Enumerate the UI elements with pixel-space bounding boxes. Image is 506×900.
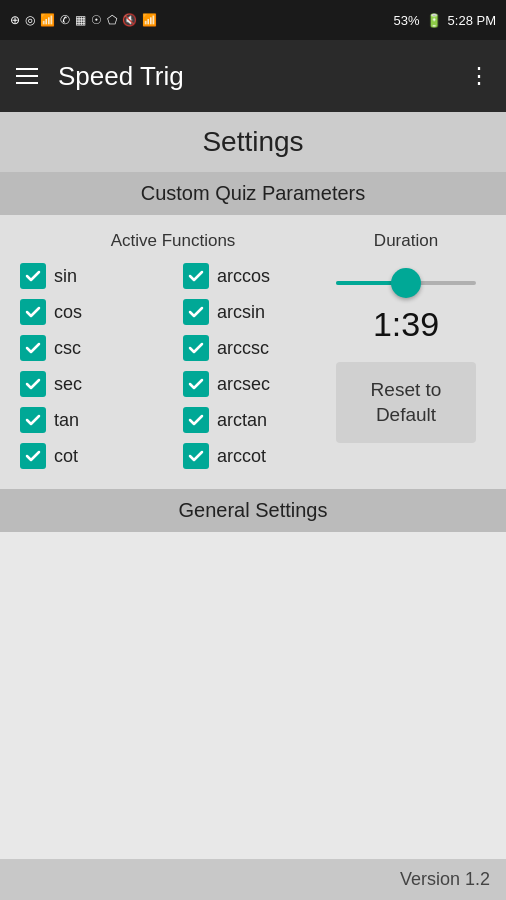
function-item-arcsec: arcsec: [183, 371, 326, 397]
settings-title: Settings: [0, 126, 506, 158]
function-label-arccos: arccos: [217, 266, 270, 287]
more-options-icon[interactable]: ⋮: [468, 65, 490, 87]
function-label-arccsc: arccsc: [217, 338, 269, 359]
slider-thumb[interactable]: [391, 268, 421, 298]
active-functions-label: Active Functions: [20, 231, 326, 251]
function-item-cos: cos: [20, 299, 163, 325]
duration-label: Duration: [374, 231, 438, 251]
function-label-arcsec: arcsec: [217, 374, 270, 395]
checkbox-sec[interactable]: [20, 371, 46, 397]
app-title: Speed Trig: [58, 61, 184, 92]
duration-section: Duration 1:39 Reset to Default: [326, 231, 486, 469]
toolbar-left: Speed Trig: [16, 61, 184, 92]
status-bar: ⊕ ◎ 📶 ✆ ▦ ☉ ⬠ 🔇 📶 53% 🔋 5:28 PM: [0, 0, 506, 40]
function-item-sec: sec: [20, 371, 163, 397]
general-settings-title: General Settings: [0, 499, 506, 522]
battery-icon: 🔋: [426, 13, 442, 28]
function-label-arccot: arccot: [217, 446, 266, 467]
settings-title-bar: Settings: [0, 112, 506, 172]
mute-icon: 🔇: [122, 13, 137, 27]
function-label-arcsin: arcsin: [217, 302, 265, 323]
toolbar: Speed Trig ⋮: [0, 40, 506, 112]
function-item-arccot: arccot: [183, 443, 326, 469]
function-item-arccsc: arccsc: [183, 335, 326, 361]
signal-icon: 📶: [142, 13, 157, 27]
function-item-csc: csc: [20, 335, 163, 361]
version-text: Version 1.2: [400, 869, 490, 889]
reset-to-default-button[interactable]: Reset to Default: [336, 362, 476, 443]
wifi-icon: 📶: [40, 13, 55, 27]
function-item-arctan: arctan: [183, 407, 326, 433]
function-item-arcsin: arcsin: [183, 299, 326, 325]
quiz-body: Active Functions sin arccos: [0, 215, 506, 489]
function-item-cot: cot: [20, 443, 163, 469]
checkbox-tan[interactable]: [20, 407, 46, 433]
checkbox-csc[interactable]: [20, 335, 46, 361]
checkbox-cot[interactable]: [20, 443, 46, 469]
checkbox-sin[interactable]: [20, 263, 46, 289]
checkbox-cos[interactable]: [20, 299, 46, 325]
custom-quiz-title: Custom Quiz Parameters: [0, 182, 506, 205]
function-label-cos: cos: [54, 302, 82, 323]
image-icon: ▦: [75, 13, 86, 27]
function-label-tan: tan: [54, 410, 79, 431]
checkbox-arccos[interactable]: [183, 263, 209, 289]
function-item-arccos: arccos: [183, 263, 326, 289]
time: 5:28 PM: [448, 13, 496, 28]
active-functions-section: Active Functions sin arccos: [20, 231, 326, 469]
function-item-tan: tan: [20, 407, 163, 433]
function-label-cot: cot: [54, 446, 78, 467]
general-settings-body: [0, 532, 506, 752]
function-item-sin: sin: [20, 263, 163, 289]
checkbox-arctan[interactable]: [183, 407, 209, 433]
add-icon: ⊕: [10, 13, 20, 27]
battery-percent: 53%: [394, 13, 420, 28]
shield-icon: ☉: [91, 13, 102, 27]
status-icons-left: ⊕ ◎ 📶 ✆ ▦ ☉ ⬠ 🔇 📶: [10, 13, 157, 27]
duration-slider[interactable]: [336, 267, 476, 285]
functions-grid: sin arccos cos arcsin: [20, 263, 326, 469]
function-label-csc: csc: [54, 338, 81, 359]
custom-quiz-header: Custom Quiz Parameters: [0, 172, 506, 215]
checkbox-arcsec[interactable]: [183, 371, 209, 397]
version-bar: Version 1.2: [0, 859, 506, 900]
checkbox-arccot[interactable]: [183, 443, 209, 469]
checkbox-arccsc[interactable]: [183, 335, 209, 361]
function-label-sin: sin: [54, 266, 77, 287]
duration-time-display: 1:39: [373, 305, 439, 344]
circle-icon: ◎: [25, 13, 35, 27]
status-right: 53% 🔋 5:28 PM: [394, 13, 496, 28]
bluetooth-icon: ⬠: [107, 13, 117, 27]
slider-track: [336, 281, 476, 285]
phone-icon: ✆: [60, 13, 70, 27]
function-label-arctan: arctan: [217, 410, 267, 431]
function-label-sec: sec: [54, 374, 82, 395]
hamburger-menu-icon[interactable]: [16, 68, 38, 84]
general-settings-header: General Settings: [0, 489, 506, 532]
checkbox-arcsin[interactable]: [183, 299, 209, 325]
